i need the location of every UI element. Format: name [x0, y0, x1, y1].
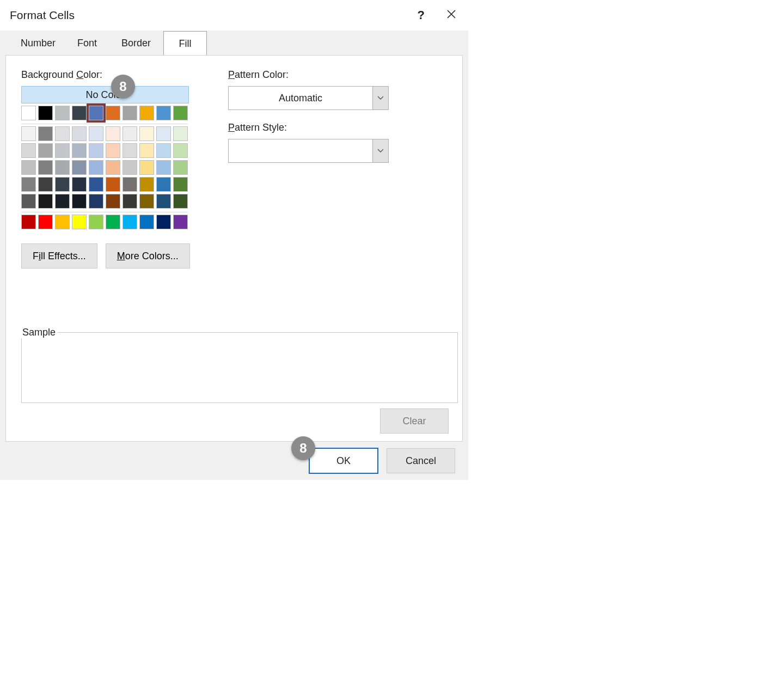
color-swatch[interactable]: [38, 177, 53, 192]
color-swatch[interactable]: [173, 177, 188, 192]
color-swatch[interactable]: [55, 215, 70, 229]
color-swatch[interactable]: [89, 126, 103, 141]
color-swatch[interactable]: [156, 126, 171, 141]
color-swatch[interactable]: [139, 160, 154, 175]
color-swatch[interactable]: [21, 160, 36, 175]
color-buttons-row: Fill Effects... More Colors...: [21, 243, 195, 269]
color-swatch[interactable]: [55, 126, 70, 141]
color-swatch[interactable]: [89, 177, 103, 192]
tab-fill[interactable]: Fill: [163, 31, 207, 55]
swatch-row-tint-0: [21, 126, 195, 141]
clear-button[interactable]: Clear: [380, 408, 449, 434]
color-swatch[interactable]: [72, 126, 87, 141]
color-swatch[interactable]: [156, 194, 171, 209]
color-swatch[interactable]: [156, 160, 171, 175]
no-color-button[interactable]: No Color 8: [21, 86, 189, 103]
color-swatch[interactable]: [55, 106, 70, 120]
chevron-down-icon: [372, 139, 389, 163]
color-swatch[interactable]: [106, 143, 120, 158]
color-swatch[interactable]: [89, 194, 103, 209]
color-swatch[interactable]: [89, 106, 103, 120]
color-swatch[interactable]: [72, 194, 87, 209]
fill-effects-button[interactable]: Fill Effects...: [21, 243, 97, 269]
color-swatch[interactable]: [139, 106, 154, 120]
swatch-row-tint-4: [21, 194, 195, 209]
color-swatch[interactable]: [156, 143, 171, 158]
tab-font[interactable]: Font: [65, 31, 109, 55]
color-swatch[interactable]: [21, 177, 36, 192]
label-fragment: olor:: [83, 69, 102, 80]
color-swatch[interactable]: [106, 215, 120, 229]
color-swatch[interactable]: [55, 160, 70, 175]
color-swatch[interactable]: [21, 215, 36, 229]
color-swatch[interactable]: [106, 126, 120, 141]
color-swatch[interactable]: [156, 177, 171, 192]
label-fragment: ll Effects...: [41, 251, 86, 262]
color-swatch[interactable]: [72, 106, 87, 120]
color-swatch[interactable]: [55, 143, 70, 158]
color-swatch[interactable]: [72, 177, 87, 192]
color-swatch[interactable]: [38, 106, 53, 120]
color-swatch[interactable]: [139, 126, 154, 141]
color-swatch[interactable]: [139, 215, 154, 229]
dialog-footer: 8 OK Cancel: [0, 442, 468, 480]
help-icon[interactable]: ?: [418, 8, 425, 22]
color-swatch[interactable]: [38, 126, 53, 141]
color-swatch[interactable]: [173, 106, 188, 120]
color-swatch[interactable]: [72, 215, 87, 229]
color-swatch[interactable]: [122, 106, 137, 120]
clear-label: Clear: [402, 416, 426, 427]
color-swatch[interactable]: [156, 215, 171, 229]
color-swatch[interactable]: [122, 143, 137, 158]
color-swatch[interactable]: [89, 143, 103, 158]
color-swatch[interactable]: [21, 194, 36, 209]
fill-panel: Background Color: No Color 8: [5, 55, 463, 442]
color-swatch[interactable]: [173, 215, 188, 229]
pattern-style-dropdown[interactable]: [228, 139, 389, 163]
color-swatch[interactable]: [106, 106, 120, 120]
tab-border[interactable]: Border: [109, 31, 163, 55]
tab-strip: Number Font Border Fill: [0, 31, 468, 55]
titlebar-controls: ?: [418, 0, 456, 31]
color-swatch[interactable]: [139, 194, 154, 209]
color-swatch[interactable]: [173, 143, 188, 158]
color-swatch[interactable]: [89, 160, 103, 175]
pattern-color-dropdown[interactable]: Automatic: [228, 86, 389, 110]
color-swatch[interactable]: [21, 106, 36, 120]
color-swatch[interactable]: [156, 106, 171, 120]
color-swatch[interactable]: [139, 143, 154, 158]
color-swatch[interactable]: [106, 194, 120, 209]
tab-number[interactable]: Number: [11, 31, 65, 55]
color-swatch[interactable]: [38, 143, 53, 158]
color-swatch[interactable]: [106, 160, 120, 175]
close-icon[interactable]: [446, 8, 456, 22]
color-swatch[interactable]: [122, 177, 137, 192]
color-swatch[interactable]: [173, 194, 188, 209]
color-swatch[interactable]: [173, 126, 188, 141]
callout-badge-ok: 8: [291, 436, 315, 460]
color-swatch[interactable]: [21, 143, 36, 158]
color-swatch[interactable]: [38, 194, 53, 209]
color-swatch[interactable]: [106, 177, 120, 192]
more-colors-button[interactable]: More Colors...: [106, 243, 190, 269]
color-swatch[interactable]: [21, 126, 36, 141]
color-swatch[interactable]: [122, 215, 137, 229]
color-swatch[interactable]: [55, 177, 70, 192]
cancel-button[interactable]: Cancel: [387, 448, 455, 473]
color-swatch[interactable]: [38, 160, 53, 175]
color-swatch[interactable]: [122, 126, 137, 141]
swatch-row-tint-3: [21, 177, 195, 192]
color-swatch[interactable]: [139, 177, 154, 192]
color-swatch[interactable]: [173, 160, 188, 175]
color-swatch[interactable]: [122, 194, 137, 209]
color-swatch[interactable]: [72, 160, 87, 175]
color-swatch[interactable]: [55, 194, 70, 209]
color-swatch[interactable]: [72, 143, 87, 158]
sample-box: [21, 332, 458, 403]
color-swatch[interactable]: [89, 215, 103, 229]
color-swatch[interactable]: [38, 215, 53, 229]
ok-button[interactable]: OK: [309, 448, 378, 474]
clear-row: Clear: [380, 408, 449, 434]
sample-label: Sample: [20, 327, 58, 338]
color-swatch[interactable]: [122, 160, 137, 175]
